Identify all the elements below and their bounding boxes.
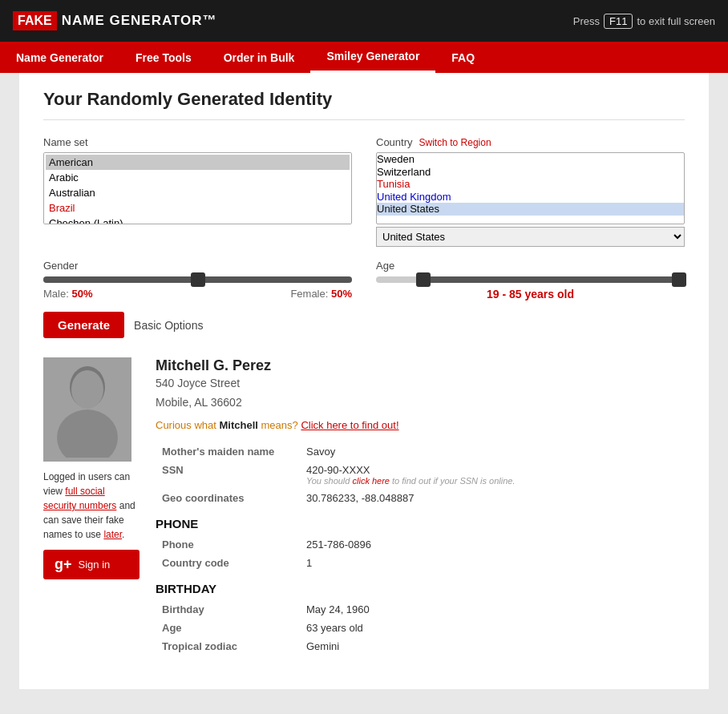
page-wrapper: Your Randomly Generated Identity Name se… — [0, 73, 728, 714]
birthday-section-header: BIRTHDAY — [156, 582, 685, 595]
option-australian: Australian — [46, 185, 350, 200]
table-row-age: Age 63 years old — [156, 619, 685, 637]
gender-col: Gender Male: 50% Female: 50% — [43, 260, 352, 301]
table-row-country-code: Country code 1 — [156, 554, 685, 572]
result-area: Logged in users can view full social sec… — [43, 357, 685, 665]
phone-table: Phone 251-786-0896 Country code 1 — [156, 535, 685, 572]
nav-item-order-in-bulk[interactable]: Order in Bulk — [208, 42, 311, 73]
ssn-hint: You should click here to find out if you… — [306, 476, 678, 486]
address-line1: 540 Joyce Street — [156, 377, 240, 389]
age-field-label: Age — [156, 619, 300, 637]
login-hint-link2[interactable]: later — [103, 529, 122, 540]
age-fill — [423, 276, 685, 283]
ssn-label: SSN — [156, 461, 300, 489]
identity-name: Mitchell G. Perez — [156, 357, 685, 374]
age-label: Age — [376, 260, 685, 272]
table-row-geo: Geo coordinates 30.786233, -88.048887 — [156, 489, 685, 507]
nav-item-faq[interactable]: FAQ — [435, 42, 491, 73]
gender-male-label: Male: 50% — [43, 288, 92, 300]
table-row-maiden: Mother's maiden name Savoy — [156, 442, 685, 461]
country-label: Country — [376, 136, 413, 148]
generate-button[interactable]: Generate — [43, 312, 124, 338]
avatar-col: Logged in users can view full social sec… — [43, 357, 140, 665]
option-sweden: Sweden — [377, 153, 684, 166]
option-tunisia: Tunisia — [377, 178, 684, 191]
form-actions: Generate Basic Options — [43, 312, 685, 338]
geo-label: Geo coordinates — [156, 489, 300, 507]
country-dropdown[interactable]: United States — [376, 227, 685, 247]
logo-fake-badge: FAKE — [13, 11, 57, 30]
fullscreen-hint: Press F11 to exit full screen — [573, 14, 715, 29]
age-field-value: 63 years old — [300, 619, 685, 637]
svg-point-1 — [57, 409, 118, 458]
avatar-silhouette — [51, 361, 123, 458]
zodiac-value: Gemini — [300, 637, 685, 656]
nav-item-free-tools[interactable]: Free Tools — [119, 42, 208, 73]
curious-link[interactable]: Click here to find out! — [301, 419, 398, 431]
option-american: American — [46, 155, 350, 170]
identity-col: Mitchell G. Perez 540 Joyce Street Mobil… — [156, 357, 685, 665]
phone-label: Phone — [156, 535, 300, 554]
login-hint: Logged in users can view full social sec… — [43, 470, 140, 542]
gender-track — [43, 276, 352, 283]
name-set-label: Name set — [43, 136, 352, 148]
press-label: Press — [573, 15, 600, 27]
form-col-nameset: Name set American Arabic Australian Braz… — [43, 136, 352, 247]
nav-bar: Name Generator Free Tools Order in Bulk … — [0, 42, 728, 73]
identity-address: 540 Joyce Street Mobile, AL 36602 — [156, 374, 685, 413]
fullscreen-message: to exit full screen — [637, 15, 715, 27]
gender-label: Gender — [43, 260, 352, 272]
nav-item-name-generator[interactable]: Name Generator — [0, 42, 119, 73]
country-code-value: 1 — [300, 554, 685, 572]
switch-to-region-link[interactable]: Switch to Region — [419, 137, 491, 148]
zodiac-label: Tropical zodiac — [156, 637, 300, 656]
google-icon: g+ — [55, 556, 72, 573]
geo-value: 30.786233, -88.048887 — [300, 489, 685, 507]
maiden-label: Mother's maiden name — [156, 442, 300, 461]
option-brazil: Brazil — [46, 200, 350, 216]
maiden-value: Savoy — [300, 442, 685, 461]
phone-value: 251-786-0896 — [300, 535, 685, 554]
google-signin-label: Sign in — [79, 559, 111, 571]
table-row-zodiac: Tropical zodiac Gemini — [156, 637, 685, 656]
birthday-table: Birthday May 24, 1960 Age 63 years old T… — [156, 600, 685, 656]
nav-item-smiley-generator[interactable]: Smiley Generator — [310, 42, 435, 73]
option-arabic: Arabic — [46, 170, 350, 185]
table-row-phone: Phone 251-786-0896 — [156, 535, 685, 554]
gender-thumb[interactable] — [191, 272, 205, 287]
country-code-label: Country code — [156, 554, 300, 572]
gender-female-label: Female: 50% — [290, 288, 352, 300]
gender-values: Male: 50% Female: 50% — [43, 288, 352, 300]
curious-text: Curious what Mitchell means? Click here … — [156, 419, 685, 431]
name-set-listbox[interactable]: American Arabic Australian Brazil Cheche… — [43, 152, 352, 224]
svg-point-2 — [71, 370, 103, 409]
top-bar: FAKE NAME GENERATOR™ Press F11 to exit f… — [0, 0, 728, 42]
age-values: 19 - 85 years old — [376, 288, 685, 301]
option-uk: United Kingdom — [377, 191, 684, 204]
option-switzerland: Switzerland — [377, 166, 684, 179]
table-row-birthday: Birthday May 24, 1960 — [156, 600, 685, 619]
birthday-value: May 24, 1960 — [300, 600, 685, 619]
info-table: Mother's maiden name Savoy SSN 420-90-XX… — [156, 442, 685, 507]
country-listbox[interactable]: Sweden Switzerland Tunisia United Kingdo… — [376, 152, 685, 224]
age-track — [376, 276, 685, 283]
page-title: Your Randomly Generated Identity — [43, 89, 685, 120]
age-thumb-left[interactable] — [416, 272, 431, 287]
basic-options-link[interactable]: Basic Options — [134, 319, 203, 332]
form-col-country: Country Switch to Region Sweden Switzerl… — [376, 136, 685, 247]
age-col: Age 19 - 85 years old — [376, 260, 685, 301]
age-thumb-right[interactable] — [672, 272, 686, 287]
birthday-label: Birthday — [156, 600, 300, 619]
option-us: United States — [377, 203, 684, 216]
form-row-nameset-country: Name set American Arabic Australian Braz… — [43, 136, 685, 247]
table-row-ssn: SSN 420-90-XXXX You should click here to… — [156, 461, 685, 489]
option-chechen: Chechen (Latin) — [46, 216, 350, 224]
address-line2: Mobile, AL 36602 — [156, 396, 242, 409]
google-signin-button[interactable]: g+ Sign in — [43, 550, 140, 579]
logo-text: NAME GENERATOR™ — [62, 13, 217, 29]
ssn-value: 420-90-XXXX You should click here to fin… — [300, 461, 685, 489]
avatar-image — [43, 357, 131, 462]
ssn-hint-link[interactable]: click here — [353, 476, 390, 486]
content-area: Your Randomly Generated Identity Name se… — [19, 73, 709, 689]
slider-row: Gender Male: 50% Female: 50% Age — [43, 260, 685, 301]
